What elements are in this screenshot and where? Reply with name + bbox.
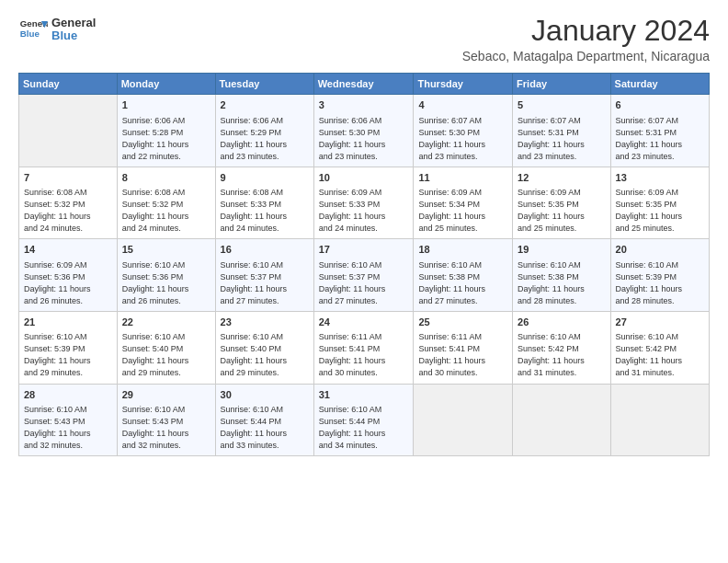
calendar-cell xyxy=(513,384,610,456)
day-number: 2 xyxy=(221,98,309,112)
calendar-cell: 30Sunrise: 6:10 AMSunset: 5:44 PMDayligh… xyxy=(215,384,313,456)
col-header-sunday: Sunday xyxy=(19,74,118,95)
calendar-cell: 28Sunrise: 6:10 AMSunset: 5:43 PMDayligh… xyxy=(19,384,118,456)
day-info: Sunrise: 6:11 AMSunset: 5:41 PMDaylight:… xyxy=(319,331,409,379)
day-number: 8 xyxy=(122,171,210,185)
month-title: January 2024 xyxy=(462,15,710,47)
calendar-cell: 5Sunrise: 6:07 AMSunset: 5:31 PMDaylight… xyxy=(513,95,610,167)
title-block: January 2024 Sebaco, Matagalpa Departmen… xyxy=(462,15,710,63)
day-number: 24 xyxy=(319,316,409,329)
day-number: 16 xyxy=(221,243,309,257)
day-info: Sunrise: 6:10 AMSunset: 5:42 PMDaylight:… xyxy=(518,331,605,379)
day-info: Sunrise: 6:10 AMSunset: 5:39 PMDaylight:… xyxy=(616,259,704,307)
calendar-cell: 23Sunrise: 6:10 AMSunset: 5:40 PMDayligh… xyxy=(215,311,313,384)
day-number: 15 xyxy=(122,243,210,257)
day-info: Sunrise: 6:06 AMSunset: 5:29 PMDaylight:… xyxy=(221,115,309,163)
day-info: Sunrise: 6:10 AMSunset: 5:42 PMDaylight:… xyxy=(616,331,704,379)
day-number: 3 xyxy=(319,98,409,112)
day-info: Sunrise: 6:08 AMSunset: 5:33 PMDaylight:… xyxy=(221,187,309,235)
calendar-page: General Blue General Blue January 2024 S… xyxy=(0,0,728,563)
calendar-cell: 17Sunrise: 6:10 AMSunset: 5:37 PMDayligh… xyxy=(313,239,414,312)
day-info: Sunrise: 6:10 AMSunset: 5:44 PMDaylight:… xyxy=(221,404,309,452)
calendar-cell: 16Sunrise: 6:10 AMSunset: 5:37 PMDayligh… xyxy=(215,239,313,312)
col-header-monday: Monday xyxy=(117,74,215,95)
calendar-header-row: SundayMondayTuesdayWednesdayThursdayFrid… xyxy=(19,74,710,95)
day-info: Sunrise: 6:10 AMSunset: 5:37 PMDaylight:… xyxy=(319,259,409,307)
calendar-week-0: 1Sunrise: 6:06 AMSunset: 5:28 PMDaylight… xyxy=(19,95,710,167)
calendar-cell: 11Sunrise: 6:09 AMSunset: 5:34 PMDayligh… xyxy=(414,167,513,239)
day-info: Sunrise: 6:09 AMSunset: 5:36 PMDaylight:… xyxy=(24,259,112,307)
day-number: 28 xyxy=(24,388,112,402)
day-number: 14 xyxy=(24,243,112,257)
day-info: Sunrise: 6:07 AMSunset: 5:30 PMDaylight:… xyxy=(418,115,507,163)
day-number: 10 xyxy=(319,171,409,185)
day-number: 31 xyxy=(319,388,409,402)
day-info: Sunrise: 6:10 AMSunset: 5:40 PMDaylight:… xyxy=(122,331,210,379)
day-info: Sunrise: 6:07 AMSunset: 5:31 PMDaylight:… xyxy=(518,115,605,163)
calendar-week-4: 28Sunrise: 6:10 AMSunset: 5:43 PMDayligh… xyxy=(19,384,710,456)
day-number: 11 xyxy=(418,171,507,185)
location-title: Sebaco, Matagalpa Department, Nicaragua xyxy=(462,49,710,63)
calendar-cell: 7Sunrise: 6:08 AMSunset: 5:32 PMDaylight… xyxy=(19,167,118,239)
logo: General Blue General Blue xyxy=(18,15,96,44)
calendar-week-2: 14Sunrise: 6:09 AMSunset: 5:36 PMDayligh… xyxy=(19,239,710,312)
calendar-cell: 29Sunrise: 6:10 AMSunset: 5:43 PMDayligh… xyxy=(117,384,215,456)
day-info: Sunrise: 6:09 AMSunset: 5:33 PMDaylight:… xyxy=(319,187,409,235)
calendar-cell: 27Sunrise: 6:10 AMSunset: 5:42 PMDayligh… xyxy=(610,311,709,384)
calendar-cell: 15Sunrise: 6:10 AMSunset: 5:36 PMDayligh… xyxy=(117,239,215,312)
calendar-cell: 12Sunrise: 6:09 AMSunset: 5:35 PMDayligh… xyxy=(513,167,610,239)
calendar-cell: 10Sunrise: 6:09 AMSunset: 5:33 PMDayligh… xyxy=(313,167,414,239)
day-number: 23 xyxy=(221,316,309,329)
day-info: Sunrise: 6:09 AMSunset: 5:35 PMDaylight:… xyxy=(518,187,605,235)
calendar-cell: 26Sunrise: 6:10 AMSunset: 5:42 PMDayligh… xyxy=(513,311,610,384)
day-number: 12 xyxy=(518,171,605,185)
day-number: 29 xyxy=(122,388,210,402)
day-info: Sunrise: 6:08 AMSunset: 5:32 PMDaylight:… xyxy=(24,187,112,235)
calendar-cell xyxy=(414,384,513,456)
day-number: 7 xyxy=(24,171,112,185)
day-number: 9 xyxy=(221,171,309,185)
day-number: 30 xyxy=(221,388,309,402)
calendar-table: SundayMondayTuesdayWednesdayThursdayFrid… xyxy=(18,73,710,456)
day-number: 5 xyxy=(518,98,605,112)
day-number: 21 xyxy=(24,316,112,329)
calendar-cell: 21Sunrise: 6:10 AMSunset: 5:39 PMDayligh… xyxy=(19,311,118,384)
logo-text: General Blue xyxy=(51,17,96,43)
calendar-week-1: 7Sunrise: 6:08 AMSunset: 5:32 PMDaylight… xyxy=(19,167,710,239)
day-info: Sunrise: 6:08 AMSunset: 5:32 PMDaylight:… xyxy=(122,187,210,235)
day-number: 18 xyxy=(418,243,507,257)
calendar-cell: 8Sunrise: 6:08 AMSunset: 5:32 PMDaylight… xyxy=(117,167,215,239)
day-number: 27 xyxy=(616,316,704,329)
col-header-wednesday: Wednesday xyxy=(313,74,414,95)
day-info: Sunrise: 6:09 AMSunset: 5:35 PMDaylight:… xyxy=(616,187,704,235)
day-info: Sunrise: 6:10 AMSunset: 5:39 PMDaylight:… xyxy=(24,331,112,379)
calendar-cell: 3Sunrise: 6:06 AMSunset: 5:30 PMDaylight… xyxy=(313,95,414,167)
header: General Blue General Blue January 2024 S… xyxy=(18,15,710,63)
calendar-cell xyxy=(610,384,709,456)
svg-text:Blue: Blue xyxy=(20,29,40,39)
day-info: Sunrise: 6:09 AMSunset: 5:34 PMDaylight:… xyxy=(418,187,507,235)
day-info: Sunrise: 6:10 AMSunset: 5:40 PMDaylight:… xyxy=(221,331,309,379)
day-number: 17 xyxy=(319,243,409,257)
calendar-cell: 4Sunrise: 6:07 AMSunset: 5:30 PMDaylight… xyxy=(414,95,513,167)
day-info: Sunrise: 6:10 AMSunset: 5:38 PMDaylight:… xyxy=(518,259,605,307)
day-info: Sunrise: 6:06 AMSunset: 5:28 PMDaylight:… xyxy=(122,115,210,163)
logo-general-text: General xyxy=(51,17,96,29)
calendar-cell: 13Sunrise: 6:09 AMSunset: 5:35 PMDayligh… xyxy=(610,167,709,239)
calendar-week-3: 21Sunrise: 6:10 AMSunset: 5:39 PMDayligh… xyxy=(19,311,710,384)
calendar-cell: 24Sunrise: 6:11 AMSunset: 5:41 PMDayligh… xyxy=(313,311,414,384)
day-info: Sunrise: 6:07 AMSunset: 5:31 PMDaylight:… xyxy=(616,115,704,163)
logo-blue-text: Blue xyxy=(51,29,96,42)
day-number: 26 xyxy=(518,316,605,329)
day-info: Sunrise: 6:10 AMSunset: 5:36 PMDaylight:… xyxy=(122,259,210,307)
day-info: Sunrise: 6:10 AMSunset: 5:43 PMDaylight:… xyxy=(24,404,112,452)
calendar-cell: 6Sunrise: 6:07 AMSunset: 5:31 PMDaylight… xyxy=(610,95,709,167)
col-header-saturday: Saturday xyxy=(610,74,709,95)
day-number: 25 xyxy=(418,316,507,329)
logo-icon: General Blue xyxy=(18,15,48,44)
calendar-cell: 2Sunrise: 6:06 AMSunset: 5:29 PMDaylight… xyxy=(215,95,313,167)
day-number: 19 xyxy=(518,243,605,257)
calendar-cell: 31Sunrise: 6:10 AMSunset: 5:44 PMDayligh… xyxy=(313,384,414,456)
day-number: 1 xyxy=(122,98,210,112)
day-info: Sunrise: 6:11 AMSunset: 5:41 PMDaylight:… xyxy=(418,331,507,379)
